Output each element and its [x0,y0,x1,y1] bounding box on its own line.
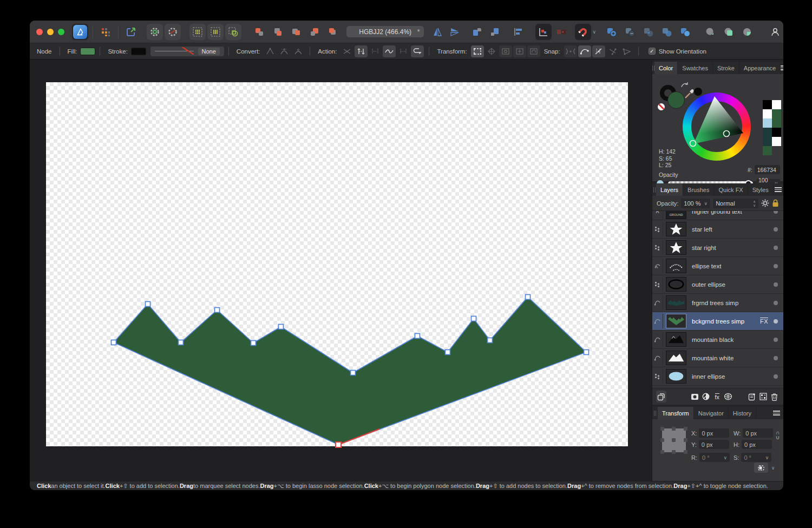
node-handle-10[interactable] [488,338,493,343]
snapping-options-chevron[interactable]: ∨ [592,29,596,35]
layers-opacity-dropdown[interactable]: 100 % ∨ [681,199,710,208]
insert-inside-button[interactable] [721,24,737,40]
node-handle-1[interactable] [146,302,150,307]
transform-mode-button[interactable] [471,45,484,57]
action-reverse-curve-button[interactable] [411,45,424,57]
transform-rotate-button[interactable] [527,45,540,57]
alignment-button[interactable] [510,24,527,40]
live-filter-button[interactable] [723,391,734,402]
tab-quick-fx[interactable]: Quick FX [714,183,748,196]
tab-brushes[interactable]: Brushes [683,183,714,196]
layer-effects-button[interactable]: fx [712,391,722,402]
node-handle-11[interactable] [526,295,531,300]
stroke-color-swatch[interactable] [131,48,146,55]
action-break-curve-button[interactable] [340,45,353,57]
layer-thumbnail[interactable] [666,240,686,255]
boolean-subtract-button[interactable] [622,24,638,40]
layer-visibility-toggle[interactable] [774,356,778,360]
convert-smart-button[interactable] [292,45,305,57]
preferences-button[interactable] [165,24,181,40]
cycle-selection-box-button[interactable] [553,24,569,40]
node-handle-4[interactable] [251,341,256,346]
h-input[interactable]: 0 px [742,440,772,449]
snapping-preset-columns-button[interactable] [207,24,224,40]
node-handle-12[interactable] [584,350,589,355]
transform-origin-button[interactable] [535,24,552,40]
layer-row-ellipse-text[interactable]: ellipse text [652,257,783,275]
snap-to-geometry-button[interactable] [578,45,591,57]
pixel-persona-button[interactable] [97,24,114,40]
layer-row-mountain-white[interactable]: mountain white [652,349,783,367]
layer-visibility-toggle[interactable] [774,282,778,287]
close-window-button[interactable] [36,29,43,35]
swatch-4-0[interactable] [763,137,772,146]
designer-persona-button[interactable] [72,24,88,40]
document-title-field[interactable]: HGBJJ2 (466.4%) * [346,26,424,37]
hex-input[interactable]: 166734 [755,165,780,174]
action-join-curves-button[interactable] [369,45,382,57]
layer-row-mountain-black[interactable]: mountain black [652,331,783,349]
mask-layer-button[interactable] [690,391,700,402]
shear-input[interactable]: 0 °∨ [741,453,771,462]
panel-grip[interactable] [652,183,656,196]
insert-behind-button[interactable] [702,24,718,40]
tab-layers[interactable]: Layers [656,183,683,196]
node-handle-7[interactable] [415,334,420,339]
action-flatten-curve-button[interactable] [397,45,410,57]
tab-navigator[interactable]: Navigator [694,407,729,419]
layer-thumbnail[interactable] [666,259,686,273]
convert-sharp-button[interactable] [264,45,277,57]
layer-settings-gear-icon[interactable] [761,199,769,207]
boolean-add-button[interactable] [604,24,620,40]
add-layer-button[interactable] [747,391,757,402]
duplicate-layer-button[interactable] [656,391,666,402]
insertion-target-front-button[interactable] [270,24,286,40]
swatch-1-0[interactable] [763,109,772,118]
move-forward-button[interactable] [469,24,485,40]
canvas-area[interactable] [30,60,652,481]
insertion-target-back-button[interactable] [251,24,267,40]
layer-row-outer-ellipse[interactable]: outer ellipse [652,275,783,294]
show-orientation-checkbox[interactable]: ✓ [649,48,656,55]
layer-row-bckgrnd-trees-simp[interactable]: bckgrnd trees simpFX [652,312,783,331]
document-setup-button[interactable] [147,24,163,40]
snapping-preset-objects-button[interactable] [225,24,241,40]
w-input[interactable]: 0 px [743,428,773,438]
tab-swatches[interactable]: Swatches [678,62,713,74]
bounds-mode-chevron[interactable]: ∨ [769,463,777,473]
layer-visibility-toggle[interactable] [774,246,778,250]
color-panel-menu-button[interactable] [781,62,783,74]
snap-perpendicular-button[interactable] [620,45,633,57]
flip-horizontal-button[interactable] [429,24,446,40]
layer-visibility-toggle[interactable] [774,211,778,214]
move-backward-button[interactable] [487,24,503,40]
node-handle-0[interactable] [112,340,116,345]
trees-shape-path[interactable] [114,297,586,445]
snap-align-handles-button[interactable] [606,45,619,57]
adjustment-layer-button[interactable] [701,391,711,402]
panel-grip[interactable] [652,407,658,419]
tab-transform[interactable]: Transform [658,407,694,419]
fill-color-swatch[interactable] [80,48,95,55]
layer-thumbnail[interactable] [666,351,686,365]
layer-visibility-toggle[interactable] [774,374,778,379]
selected-node-handle[interactable] [336,442,341,447]
swatch-4-1[interactable] [772,137,781,146]
tab-history[interactable]: History [729,407,756,419]
account-button[interactable] [767,24,783,40]
delete-layer-button[interactable] [769,391,780,402]
snapping-preset-grid-button[interactable] [189,24,206,40]
link-dimensions-icon[interactable]: ∩∪ [776,430,780,440]
layer-visibility-toggle[interactable] [774,301,778,305]
stroke-width-control[interactable]: None [150,47,224,56]
minimize-window-button[interactable] [47,29,54,35]
insertion-target-replace-button[interactable] [306,24,323,40]
node-handle-9[interactable] [472,316,476,321]
insertion-target-top-button[interactable] [325,24,341,40]
layer-thumbnail[interactable] [666,314,686,328]
insertion-target-inside-button[interactable] [288,24,304,40]
layer-thumbnail[interactable] [666,277,686,292]
layer-visibility-toggle[interactable] [774,319,778,324]
layer-row-star-left[interactable]: star left [652,220,783,239]
flip-vertical-button[interactable] [447,24,463,40]
